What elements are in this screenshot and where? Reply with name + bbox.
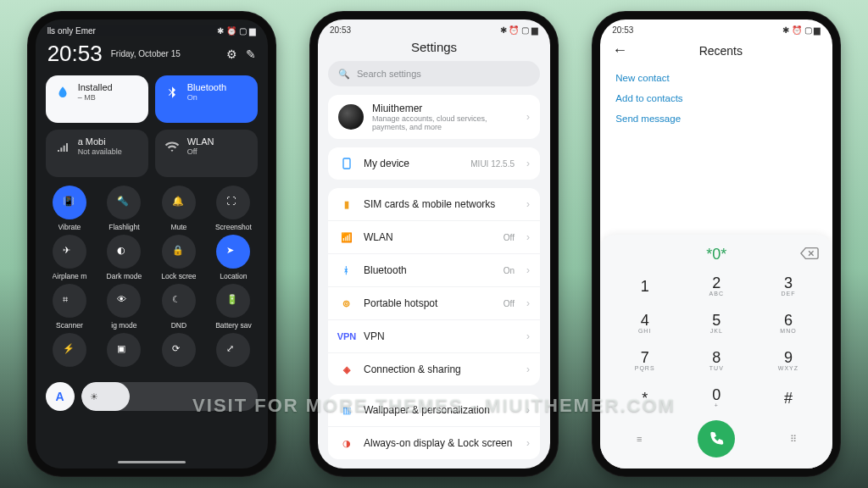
toggle-vibrate[interactable]: 📳Vibrate [44, 186, 96, 231]
toggle-label: ig mode [111, 321, 136, 330]
key-3[interactable]: 3DEF [753, 267, 825, 304]
auto-brightness-button[interactable]: A [46, 382, 75, 411]
settings-row-hotspot[interactable]: ⊚Portable hotspotOff› [328, 286, 540, 319]
key-6[interactable]: 6MNO [753, 304, 825, 341]
dialer-action[interactable]: Send message [615, 114, 817, 124]
aod-icon: ◑ [338, 435, 355, 452]
brightness-slider[interactable]: ☀ [81, 382, 258, 411]
dialpad-icon[interactable]: ⠿ [790, 434, 797, 445]
tile-mobile[interactable]: a MobiNot available [46, 130, 148, 177]
toggle-location[interactable]: ➤Location [208, 235, 259, 280]
svg-rect-0 [343, 158, 350, 169]
flashlight-icon: 🔦 [117, 196, 131, 209]
key-*[interactable]: * [609, 379, 681, 416]
key-8[interactable]: 8TUV [681, 341, 753, 379]
toggle-plane[interactable]: ✈Airplane m [44, 235, 96, 280]
clock: 20:53 [47, 41, 103, 67]
moon-icon: ☾ [172, 294, 186, 308]
settings-row-share[interactable]: ◈Connection & sharing› [328, 352, 540, 385]
toggle-label: Mute [170, 223, 186, 231]
home-indicator[interactable] [118, 461, 186, 463]
scan-icon: ⌗ [63, 294, 76, 308]
key-4[interactable]: 4GHI [609, 304, 681, 341]
sync-icon: ⟳ [172, 343, 186, 357]
expand-icon: ⤢ [226, 343, 240, 357]
page-title: Recents [620, 44, 821, 58]
bell-icon: 🔔 [172, 196, 186, 209]
chevron-right-icon: › [526, 111, 530, 123]
screenshot-icon: ⛶ [226, 196, 240, 209]
settings-row-wall[interactable]: ▥Wallpaper & personalization› [328, 394, 540, 426]
phone-settings: 20:53✱ ⏰ ▢ ▆ Settings 🔍Search settings M… [309, 11, 559, 477]
chevron-right-icon: › [526, 158, 530, 169]
tile-sub: Not available [78, 147, 122, 157]
toggle-label: Vibrate [58, 223, 81, 231]
tile-sub: Off [187, 147, 214, 157]
phone-dialer: 20:53✱ ⏰ ▢ ▆ ← Recents New contactAdd to… [592, 11, 841, 477]
backspace-button[interactable] [800, 247, 819, 260]
key-#[interactable]: # [753, 379, 825, 416]
toggle-label: DND [171, 321, 186, 330]
tile-sub: – MB [78, 93, 113, 103]
wifi-icon: 📶 [338, 229, 355, 246]
wifi-icon [164, 138, 181, 155]
toggle-sync[interactable]: ⟳ [153, 333, 205, 370]
toggle-label: Scanner [56, 321, 83, 330]
dialer-action[interactable]: New contact [615, 73, 817, 83]
toggle-moon[interactable]: ☾DND [153, 284, 205, 330]
toggle-battery[interactable]: 🔋Battery sav [208, 284, 259, 330]
search-icon: 🔍 [338, 69, 350, 80]
settings-row-aod[interactable]: ◑Always-on display & Lock screen› [328, 426, 540, 459]
toggle-contrast[interactable]: ◐Dark mode [98, 235, 150, 280]
account-row[interactable]: Miuithemer Manage accounts, cloud servic… [328, 95, 540, 139]
key-5[interactable]: 5JKL [681, 304, 753, 341]
tile-bluetooth[interactable]: BluetoothOn [155, 75, 258, 123]
toggle-bell[interactable]: 🔔Mute [153, 186, 205, 231]
dialpad: *0* 12ABC3DEF4GHI5JKL6MNO7PQRS8TUV9WXYZ*… [600, 235, 832, 469]
account-name: Miuithemer [372, 103, 518, 114]
edit-icon[interactable]: ✎ [246, 47, 256, 61]
signal-icon [54, 138, 71, 155]
toggle-scan[interactable]: ⌗Scanner [44, 284, 96, 330]
toggle-label: Dark mode [107, 272, 142, 280]
settings-row-vpn[interactable]: VPNVPN› [328, 319, 540, 352]
cast-icon: ▣ [117, 343, 131, 357]
toggle-eye[interactable]: 👁ig mode [98, 284, 150, 330]
lock-icon: 🔒 [172, 245, 186, 258]
key-7[interactable]: 7PQRS [609, 341, 681, 379]
tile-wlan[interactable]: WLANOff [155, 130, 258, 177]
brightness-icon: ☀ [90, 391, 98, 402]
toggle-cast[interactable]: ▣ [98, 333, 150, 370]
key-2[interactable]: 2ABC [681, 267, 753, 304]
toggle-bolt[interactable]: ⚡ [44, 333, 96, 370]
call-button[interactable] [698, 420, 735, 458]
settings-icon[interactable]: ⚙ [226, 47, 237, 61]
menu-icon[interactable]: ≡ [637, 434, 642, 444]
settings-row-bt[interactable]: ᚼBluetoothOn› [328, 253, 540, 286]
phone-icon [338, 155, 355, 172]
wall-icon: ▥ [338, 402, 355, 419]
settings-row-wifi[interactable]: 📶WLANOff› [328, 220, 540, 253]
tile-label: WLAN [187, 136, 214, 147]
my-device-row[interactable]: My device MIUI 12.5.5 › [328, 147, 540, 180]
dialer-action[interactable]: Add to contacts [615, 93, 817, 103]
status-bar: 20:53✱ ⏰ ▢ ▆ [318, 19, 550, 36]
key-1[interactable]: 1 [609, 267, 681, 304]
key-0[interactable]: 0+ [681, 379, 753, 416]
avatar [338, 104, 364, 130]
toggle-label: Battery sav [215, 321, 252, 330]
toggle-screenshot[interactable]: ⛶Screenshot [208, 186, 259, 231]
dialed-number: *0* [706, 246, 726, 263]
toggle-flashlight[interactable]: 🔦Flashlight [98, 186, 150, 231]
settings-row-sim[interactable]: ▮SIM cards & mobile networks› [328, 188, 540, 220]
chevron-right-icon: › [526, 437, 530, 449]
toggle-lock[interactable]: 🔒Lock scree [153, 235, 205, 280]
toggle-label: Lock scree [161, 272, 196, 280]
plane-icon: ✈ [63, 245, 76, 258]
key-9[interactable]: 9WXYZ [753, 341, 825, 379]
search-input[interactable]: 🔍Search settings [328, 61, 540, 86]
toggle-expand[interactable]: ⤢ [208, 333, 259, 370]
contrast-icon: ◐ [117, 245, 131, 258]
tile-data[interactable]: Installed– MB [46, 75, 148, 123]
phone-control-center: lls only Emer ✱ ⏰ ▢ ▆ 20:53 Friday, Octo… [27, 11, 276, 477]
